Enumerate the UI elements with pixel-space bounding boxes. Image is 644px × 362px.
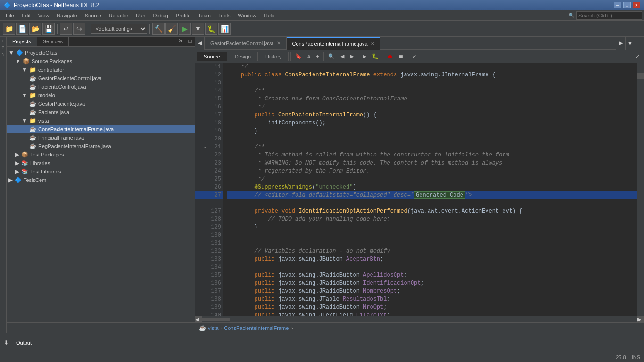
right-panel: ◀ GestorPacienteControl.java ✕ ConsPacie… xyxy=(195,37,644,333)
menu-view[interactable]: View xyxy=(34,12,53,19)
menu-edit[interactable]: Edit xyxy=(18,12,34,19)
horizontal-scrollbar[interactable]: ◀ ▶ xyxy=(195,316,644,322)
menu-debug[interactable]: Debug xyxy=(149,12,172,19)
breadcrumb-vista[interactable]: vista xyxy=(208,325,219,331)
menu-refactor[interactable]: Refactor xyxy=(105,12,132,19)
tree-label: PrincipalFrame.java xyxy=(38,135,84,140)
scroll-left-button[interactable]: ◀ xyxy=(195,316,202,323)
tree-item-cons-frame[interactable]: ☕ ConsPacienteInternalFrame.java xyxy=(7,125,195,133)
config-dropdown[interactable]: <default config> xyxy=(91,24,147,34)
tree-item-principal-frame[interactable]: ☕ PrincipalFrame.java xyxy=(7,133,195,142)
stop-button[interactable]: ⏹ xyxy=(396,51,406,62)
close-button[interactable]: ✕ xyxy=(633,2,640,8)
minimize-button[interactable]: ─ xyxy=(614,2,621,8)
tree-item-vista[interactable]: ▼ 📁 vista xyxy=(7,116,195,125)
menu-window[interactable]: Window xyxy=(234,12,260,19)
run-button[interactable]: ▶ xyxy=(179,23,191,35)
tree-item-gestor-paciente[interactable]: ☕ GestorPaciente.java xyxy=(7,99,195,108)
tree-item-paciente[interactable]: ☕ Paciente.java xyxy=(7,108,195,116)
new-project-button[interactable]: 📁 xyxy=(3,23,15,35)
tree-label: Test Packages xyxy=(30,152,64,157)
tree-item-libraries[interactable]: ▶ 📚 Libraries xyxy=(7,159,195,167)
tree-item-paciente-control[interactable]: ☕ PacienteControl.java xyxy=(7,82,195,91)
tree-item-source-packages[interactable]: ▼ 📦 Source Packages xyxy=(7,57,195,66)
toggle-linenums-button[interactable]: # xyxy=(305,51,313,62)
tree-item-reg-frame[interactable]: ☕ RegPacienteInternalFrame.java xyxy=(7,142,195,150)
prev-match-button[interactable]: ◀ xyxy=(338,51,347,62)
menu-profile[interactable]: Profile xyxy=(172,12,194,19)
tab-history[interactable]: History xyxy=(259,52,289,61)
toggle-folds-button[interactable]: ± xyxy=(314,51,321,62)
toggle-bookmarks-button[interactable]: 🔖 xyxy=(293,51,304,62)
build-project-button[interactable]: 🔨 xyxy=(152,23,165,35)
right-scrollbar[interactable] xyxy=(637,63,644,316)
run-file-button[interactable]: ▶ xyxy=(360,51,369,62)
tab-design[interactable]: Design xyxy=(228,52,258,61)
maximize-button[interactable]: □ xyxy=(623,2,631,8)
code-line-134 xyxy=(227,263,637,272)
gutter-row: 12 xyxy=(195,71,223,79)
menu-navigate[interactable]: Navigate xyxy=(53,12,81,19)
redo-button[interactable]: ↪ xyxy=(73,23,85,35)
save-button[interactable]: 💾 xyxy=(42,23,55,35)
left-side-icons: F P N xyxy=(0,37,7,333)
clean-build-button[interactable]: 🧹 xyxy=(165,23,178,35)
scrollbar-thumb[interactable] xyxy=(637,73,644,79)
tree-item-gestor-control[interactable]: ☕ GestorPacienteControl.java xyxy=(7,74,195,82)
undo-button[interactable]: ↩ xyxy=(60,23,72,35)
menu-tools[interactable]: Tools xyxy=(215,12,234,19)
tasks-button[interactable]: ✓ xyxy=(410,51,419,62)
open-button[interactable]: 📂 xyxy=(29,23,41,35)
code-editor[interactable]: */ public class ConsPacienteInternalFram… xyxy=(223,63,637,316)
expand-button[interactable]: ⤢ xyxy=(633,51,642,62)
tab-services[interactable]: Services xyxy=(37,37,69,46)
scroll-right-button[interactable]: ▶ xyxy=(637,316,644,323)
scrollbar-thumb-h[interactable] xyxy=(202,318,230,321)
gutter-row: 140 xyxy=(195,312,223,316)
next-tab-button[interactable]: ▶ xyxy=(616,37,625,50)
tab-projects[interactable]: Projects xyxy=(7,37,37,46)
debug-button[interactable]: 🐛 xyxy=(205,23,217,35)
code-line-16: */ xyxy=(227,103,637,111)
tab-gestor-control[interactable]: GestorPacienteControl.java ✕ xyxy=(205,37,287,50)
code-line-blank xyxy=(227,199,637,207)
profile-button[interactable]: 📊 xyxy=(218,23,231,35)
diff-button[interactable]: ≡ xyxy=(420,51,428,62)
panel-maximize-button[interactable]: □ xyxy=(185,37,195,45)
tree-item-test-libraries[interactable]: ▶ 📚 Test Libraries xyxy=(7,167,195,176)
code-line-139: public javax.swing.JRadioButton NroOpt; xyxy=(227,304,637,312)
close-tab-icon[interactable]: ✕ xyxy=(277,41,281,46)
gutter-row: 20 xyxy=(195,135,223,143)
menu-file[interactable]: File xyxy=(2,12,18,19)
menu-source[interactable]: Source xyxy=(81,12,105,19)
new-file-button[interactable]: 📄 xyxy=(16,23,28,35)
record-button[interactable]: ⏺ xyxy=(385,51,395,62)
tab-list-button[interactable]: ▼ xyxy=(625,37,635,50)
next-match-button[interactable]: ▶ xyxy=(347,51,356,62)
tree-item-controlador[interactable]: ▼ 📁 controlador xyxy=(7,66,195,74)
menu-team[interactable]: Team xyxy=(194,12,215,19)
close-tab-icon[interactable]: ✕ xyxy=(371,41,374,46)
tree-item-modelo[interactable]: ▼ 📁 modelo xyxy=(7,91,195,99)
debug-file-button[interactable]: 🐛 xyxy=(370,51,381,62)
tree-item-root[interactable]: ▼ 🔷 ProyectoCitas xyxy=(7,49,195,57)
scrollbar-track[interactable] xyxy=(202,318,637,321)
menu-run[interactable]: Run xyxy=(132,12,149,19)
tab-source[interactable]: Source xyxy=(197,52,227,61)
tree-item-test-packages[interactable]: ▶ 📦 Test Packages xyxy=(7,150,195,159)
tree-item-tesis[interactable]: ▶ 🔷 TesisCem xyxy=(7,176,195,184)
code-line-25: */ xyxy=(227,175,637,183)
maximize-editor-button[interactable]: □ xyxy=(635,37,644,50)
code-line-137: public javax.swing.JRadioButton NombresO… xyxy=(227,288,637,296)
panel-close-button[interactable]: ✕ xyxy=(176,37,185,45)
run-dropdown[interactable]: ▼ xyxy=(192,23,204,35)
tab-output[interactable]: Output xyxy=(10,338,37,347)
prev-tab-button[interactable]: ◀ xyxy=(195,37,205,50)
breadcrumb-class[interactable]: ConsPacienteInternalFrame xyxy=(224,325,289,331)
search-input[interactable] xyxy=(576,11,642,20)
code-line-11: */ xyxy=(227,63,637,71)
find-button[interactable]: 🔍 xyxy=(326,51,337,62)
code-area: 11 12 13 -14 15 16 17 18 19 20 -21 22 23… xyxy=(195,63,644,316)
tab-cons-frame[interactable]: ConsPacienteInternalFrame.java ✕ xyxy=(287,37,380,50)
menu-help[interactable]: Help xyxy=(260,12,279,19)
